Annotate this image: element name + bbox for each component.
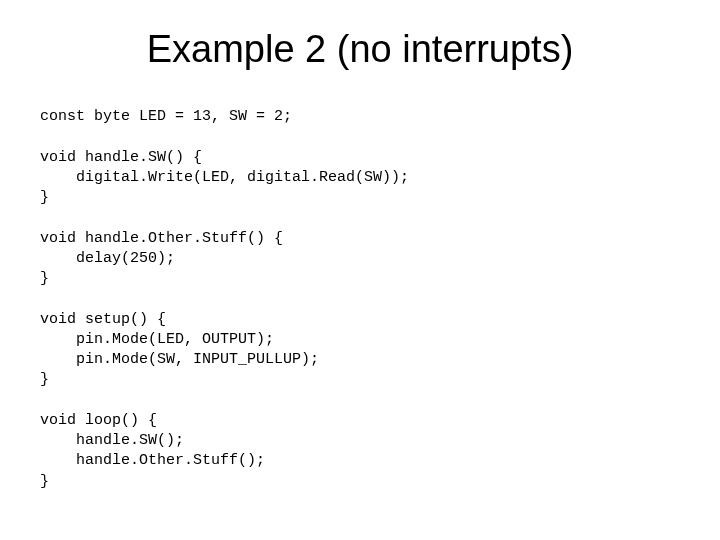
slide-container: Example 2 (no interrupts) const byte LED… — [0, 0, 720, 540]
code-line: pin.Mode(LED, OUTPUT); — [40, 331, 274, 348]
code-block: const byte LED = 13, SW = 2; void handle… — [40, 107, 680, 492]
code-line: handle.Other.Stuff(); — [40, 452, 265, 469]
code-line: void handle.SW() { — [40, 149, 202, 166]
code-line: void setup() { — [40, 311, 166, 328]
slide-title: Example 2 (no interrupts) — [40, 28, 680, 71]
code-line: } — [40, 473, 49, 490]
code-line: delay(250); — [40, 250, 175, 267]
code-line: handle.SW(); — [40, 432, 184, 449]
code-line: pin.Mode(SW, INPUT_PULLUP); — [40, 351, 319, 368]
code-line: const byte LED = 13, SW = 2; — [40, 108, 292, 125]
code-line: digital.Write(LED, digital.Read(SW)); — [40, 169, 409, 186]
code-line: void loop() { — [40, 412, 157, 429]
code-line: } — [40, 371, 49, 388]
code-line: } — [40, 270, 49, 287]
code-line: void handle.Other.Stuff() { — [40, 230, 283, 247]
code-line: } — [40, 189, 49, 206]
